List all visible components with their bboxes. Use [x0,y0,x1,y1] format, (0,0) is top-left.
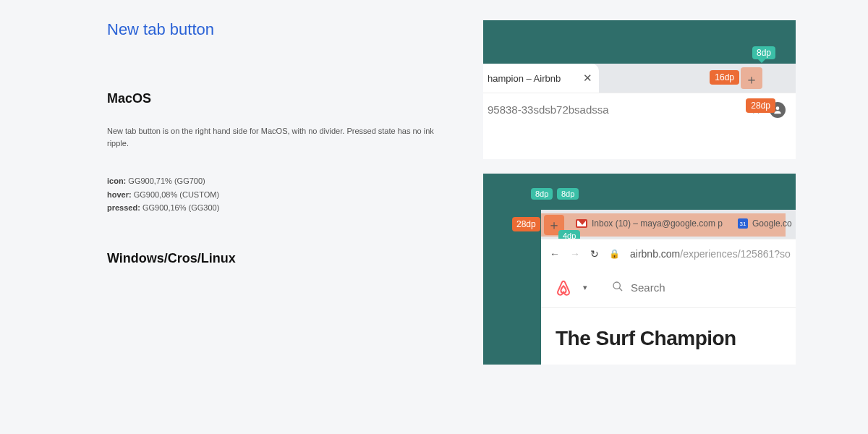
macos-heading: MacOS [107,91,440,106]
win-mock: 8dp 8dp 28dp ＋ 4dp Inbox (10) – maya@goo… [483,174,796,365]
annotation-8dp-a: 8dp [531,188,553,200]
search-wrap [612,281,768,295]
annotation-8dp: 8dp [752,46,775,59]
tab1-label[interactable]: Inbox (10) – maya@google.com p [592,218,723,229]
page-content-placeholder [483,126,796,159]
annotation-28dp: 28dp [512,217,540,231]
page-title: New tab button [107,20,440,39]
svg-point-1 [613,282,620,289]
page-body: ▾ The Surf Champion [541,268,796,365]
search-icon[interactable] [612,281,624,295]
spec-icon-value: GG900,71% (GG700) [128,176,205,185]
airbnb-logo-icon[interactable] [556,279,571,297]
win-heading: Windows/Cros/Linux [107,251,440,266]
url-host: airbnb.com [630,248,680,260]
url-bar[interactable]: airbnb.com/experiences/125861?so [630,248,791,260]
browser-toolbar: ← → ↻ 🔒 airbnb.com/experiences/125861?so [541,239,796,268]
lock-icon[interactable]: 🔒 [609,249,620,259]
spec-pressed-value: GG900,16% (GG300) [142,203,219,212]
new-tab-button[interactable]: ＋ [745,71,758,88]
spec-hover-value: GG900,08% (CUSTOM) [134,190,219,199]
spec-pressed-label: pressed: [107,203,140,212]
tab-title: hampion – Airbnb [488,73,576,84]
gmail-favicon-icon [576,219,587,228]
back-icon[interactable]: ← [550,248,560,260]
svg-line-2 [619,288,622,291]
annotation-28dp: 28dp [746,98,775,113]
url-path: /experiences/125861?so [680,248,791,260]
annotation-8dp-b: 8dp [557,188,579,200]
chevron-down-icon[interactable]: ▾ [583,283,587,292]
spec-icon-label: icon: [107,176,126,185]
reload-icon[interactable]: ↻ [590,248,599,260]
svg-point-0 [776,106,780,110]
close-icon[interactable]: ✕ [582,72,593,85]
active-tab[interactable]: hampion – Airbnb ✕ [483,64,599,93]
macos-specs: icon: GG900,71% (GG700) hover: GG900,08%… [107,174,440,215]
annotation-16dp: 16dp [710,70,739,85]
page-headline: The Surf Champion [541,308,796,350]
url-fragment: 95838-33sdsb72bsadssa [488,103,751,116]
search-input[interactable] [631,281,768,294]
tab2-label[interactable]: Google.co [752,218,792,229]
spec-hover-label: hover: [107,190,132,199]
macos-mock: hampion – Airbnb ✕ ＋ 8dp 16dp 95838-33sd… [483,20,796,159]
calendar-favicon-icon: 31 [738,218,748,229]
macos-description: New tab button is on the right hand side… [107,125,440,150]
forward-icon: → [570,248,580,260]
